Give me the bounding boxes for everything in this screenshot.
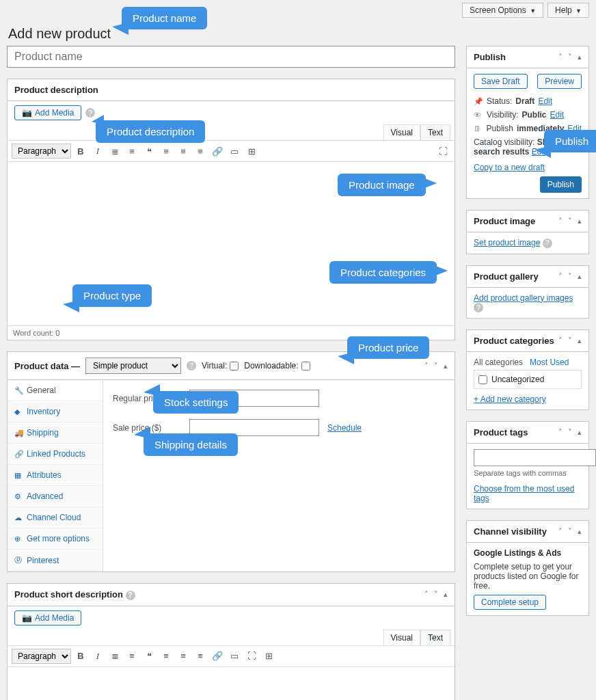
preview-button[interactable]: Preview (537, 74, 582, 89)
truck-icon: 🚚 (14, 429, 23, 438)
move-up-icon[interactable]: ▴ (578, 53, 582, 62)
all-categories-tab[interactable]: All categories (474, 358, 523, 367)
most-used-tab[interactable]: Most Used (530, 358, 569, 367)
collapse-icon[interactable]: ˄ (558, 272, 563, 281)
help-icon[interactable]: ? (85, 108, 95, 118)
product-name-input[interactable] (7, 46, 455, 68)
tab-advanced[interactable]: ⚙Advanced (8, 486, 103, 507)
align-left-icon[interactable]: ≡ (159, 144, 174, 159)
product-tags-title: Product tags (474, 427, 528, 438)
tab-inventory[interactable]: ◆Inventory (8, 401, 103, 422)
publish-button[interactable]: Publish (540, 176, 582, 193)
add-media-button-short[interactable]: 📷Add Media (14, 610, 81, 625)
text-tab-short[interactable]: Text (420, 630, 450, 645)
quote-icon[interactable]: ❝ (141, 144, 157, 159)
collapse-icon[interactable]: ˄ (424, 590, 429, 599)
move-up-icon[interactable]: ▴ (578, 527, 582, 536)
edit-catalog-link[interactable]: Edit (532, 147, 546, 157)
collapse-icon[interactable]: ˄ (558, 527, 563, 536)
tab-pinterest[interactable]: ⓟPinterest (8, 550, 103, 571)
more-icon[interactable]: ▭ (227, 649, 242, 664)
schedule-link[interactable]: Schedule (327, 423, 362, 433)
edit-visibility-link[interactable]: Edit (550, 110, 564, 120)
move-up-icon[interactable]: ▴ (444, 362, 448, 371)
tab-linked[interactable]: 🔗Linked Products (8, 444, 103, 465)
category-uncategorized[interactable]: Uncategorized (478, 375, 577, 384)
move-up-icon[interactable]: ▴ (578, 272, 582, 281)
visual-tab[interactable]: Visual (383, 124, 420, 140)
add-media-button[interactable]: 📷Add Media (14, 105, 81, 120)
regular-price-input[interactable] (189, 390, 319, 407)
collapse-icon[interactable]: ˄ (558, 336, 563, 345)
description-editor[interactable] (8, 162, 455, 326)
copy-draft-link[interactable]: Copy to a new draft (474, 163, 545, 172)
tab-shipping[interactable]: 🚚Shipping (8, 422, 103, 444)
edit-publish-link[interactable]: Edit (567, 124, 582, 133)
short-description-editor[interactable] (8, 667, 455, 701)
move-up-icon[interactable]: ▴ (578, 428, 582, 437)
move-down-icon[interactable]: ˅ (434, 362, 438, 371)
collapse-icon[interactable]: ˄ (558, 53, 563, 62)
align-right-icon[interactable]: ≡ (193, 649, 208, 664)
fullscreen-icon[interactable]: ⛶ (435, 144, 450, 159)
edit-status-link[interactable]: Edit (538, 96, 552, 106)
move-down-icon[interactable]: ˅ (434, 590, 438, 599)
fullscreen-icon[interactable]: ⛶ (244, 649, 259, 664)
tab-more-options[interactable]: ⊕Get more options (8, 528, 103, 550)
move-down-icon[interactable]: ˅ (568, 336, 572, 345)
bullet-list-icon[interactable]: ≣ (107, 649, 122, 664)
more-icon[interactable]: ▭ (227, 144, 242, 159)
move-down-icon[interactable]: ˅ (568, 527, 572, 536)
collapse-icon[interactable]: ˄ (558, 217, 563, 226)
choose-tags-link[interactable]: Choose from the most used tags (474, 484, 574, 503)
tab-channel-cloud[interactable]: ☁Channel Cloud (8, 507, 103, 528)
collapse-icon[interactable]: ˄ (558, 428, 563, 437)
visual-tab-short[interactable]: Visual (383, 630, 420, 645)
link-icon[interactable]: 🔗 (210, 144, 225, 159)
add-gallery-link[interactable]: Add product gallery images (474, 293, 573, 303)
product-type-select[interactable]: Simple product (85, 358, 181, 374)
help-icon[interactable]: ? (187, 361, 196, 371)
set-product-image-link[interactable]: Set product image (474, 238, 540, 247)
collapse-icon[interactable]: ˄ (424, 362, 429, 371)
move-down-icon[interactable]: ˅ (568, 217, 572, 226)
italic-icon[interactable]: I (90, 649, 105, 664)
align-center-icon[interactable]: ≡ (176, 144, 191, 159)
align-center-icon[interactable]: ≡ (176, 649, 191, 664)
align-right-icon[interactable]: ≡ (193, 144, 208, 159)
move-down-icon[interactable]: ˅ (568, 428, 572, 437)
quote-icon[interactable]: ❝ (141, 649, 157, 664)
complete-setup-button[interactable]: Complete setup (474, 595, 546, 610)
add-new-category-link[interactable]: + Add new category (474, 394, 546, 404)
help-icon[interactable]: ? (126, 591, 135, 600)
tab-attributes[interactable]: ▦Attributes (8, 465, 103, 486)
italic-icon[interactable]: I (90, 144, 105, 159)
number-list-icon[interactable]: ≡ (124, 649, 139, 664)
save-draft-button[interactable]: Save Draft (474, 74, 528, 89)
move-up-icon[interactable]: ▴ (444, 590, 448, 599)
toolbar-toggle-icon[interactable]: ⊞ (261, 649, 276, 664)
help-icon[interactable]: ? (474, 303, 483, 312)
help-button[interactable]: Help ▼ (547, 3, 589, 18)
move-down-icon[interactable]: ˅ (568, 53, 572, 62)
toolbar-toggle-icon[interactable]: ⊞ (244, 144, 259, 159)
help-icon[interactable]: ? (543, 239, 552, 248)
tag-input[interactable] (474, 449, 596, 466)
paragraph-select-short[interactable]: Paragraph (12, 649, 71, 664)
bold-icon[interactable]: B (73, 649, 88, 664)
move-down-icon[interactable]: ˅ (568, 272, 572, 281)
text-tab[interactable]: Text (420, 124, 450, 140)
virtual-checkbox[interactable] (230, 362, 239, 371)
move-up-icon[interactable]: ▴ (578, 217, 582, 226)
tab-general[interactable]: 🔧General (8, 380, 103, 401)
screen-options-button[interactable]: Screen Options ▼ (462, 3, 543, 18)
bullet-list-icon[interactable]: ≣ (107, 144, 122, 159)
move-up-icon[interactable]: ▴ (578, 336, 582, 345)
bold-icon[interactable]: B (73, 144, 88, 159)
downloadable-checkbox[interactable] (301, 362, 310, 371)
sale-price-input[interactable] (189, 419, 319, 436)
paragraph-select[interactable]: Paragraph (12, 144, 71, 159)
number-list-icon[interactable]: ≡ (124, 144, 139, 159)
align-left-icon[interactable]: ≡ (159, 649, 174, 664)
link-icon[interactable]: 🔗 (210, 649, 225, 664)
